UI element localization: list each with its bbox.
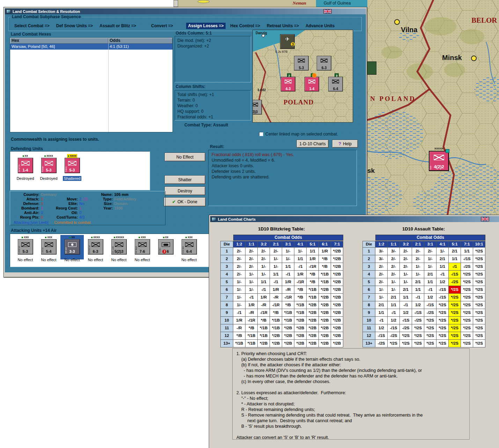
combat-hex-row[interactable]: Warsaw, Poland [50, 46] 4:1 (53:11) <box>10 44 173 50</box>
map-unit[interactable]: 6-3 <box>317 56 331 71</box>
crt-column-header: 1:2 <box>375 241 388 248</box>
attacking-unit[interactable]: XXX LXXIV Inf 5-3 No effect <box>14 235 37 262</box>
result-panel: Fractional odds (.818) roll was (.679) -… <box>208 150 357 206</box>
map-unit[interactable]: 6-4 <box>328 77 343 91</box>
crt-cell: */2S <box>424 324 436 332</box>
help-button[interactable]: ? Help <box>332 140 358 148</box>
crt-column-header: 5:1 <box>449 241 461 248</box>
crt-cell: 10 <box>221 317 233 324</box>
partial-city-label: sk <box>367 167 375 175</box>
odds-column-panel: Die mod. (net): +2Disorganized: +2 <box>175 36 251 82</box>
crt-cell: */2B <box>319 340 331 347</box>
crt-cell: 2/- <box>412 255 424 263</box>
shatter-button[interactable]: Shatter <box>164 175 205 184</box>
crt-cell: */2B <box>319 332 331 340</box>
crt-cell: 2 <box>221 255 233 263</box>
crt-cell: */B <box>307 278 319 286</box>
charts-window: Land Combat Charts 1D10 Blitzkrieg Table… <box>209 215 499 448</box>
crt-cell: */2B <box>331 255 343 263</box>
air-unit-counter[interactable]: ✈ <box>280 34 295 49</box>
ok-done-button[interactable]: ✔ OK - Done <box>164 197 206 206</box>
unit-symbol-icon <box>91 242 100 247</box>
crt-cell: */B <box>319 255 331 263</box>
attacking-unit[interactable]: XXX VIII Mech 7-6 No effect <box>131 235 154 262</box>
crt-cell: */2S <box>461 271 473 278</box>
charts-button[interactable]: 1-D-10 Charts <box>296 140 329 148</box>
crt-cell: 1/1 <box>461 248 473 255</box>
crt-cell: -/1 <box>375 317 388 324</box>
combat-minimap[interactable]: Danzig ✈ 3 5 Ju 87B 5-3 6-3 2 3 3 <box>252 30 353 123</box>
help-icon: ? <box>338 141 341 146</box>
odds-column-title: Odds Column: 5:1 <box>176 31 212 36</box>
crt-cell: */2S <box>461 324 473 332</box>
subphase-step[interactable]: Retreat Units => <box>265 23 301 29</box>
crt-cell: 2/- <box>233 255 245 263</box>
map-unit[interactable]: 4-3 <box>281 77 295 91</box>
crt-cell: */2B <box>319 309 331 317</box>
subphase-step[interactable]: Convert => <box>149 23 175 29</box>
elite-label: Elite: <box>48 201 78 206</box>
unit-symbol-icon <box>162 242 170 247</box>
unit-value: 7-6 <box>140 249 145 254</box>
subphase-step[interactable]: Hex Control => <box>229 23 262 29</box>
unit-size-marker: XXX <box>139 235 146 239</box>
attacking-unit[interactable]: XX PzJag I 26 <box>154 235 177 255</box>
crt-cell: 11 <box>363 324 375 332</box>
crt-cell: 1/- <box>258 271 270 278</box>
attacking-unit[interactable]: XXXX XXXVII Inf 6-3 No effect <box>84 235 107 262</box>
map-unit[interactable]: 5-3 <box>294 56 309 71</box>
crt-row: 82/11/1-/11/2-/1S*/2S*/2S*/2S*/2S <box>363 301 485 309</box>
defending-unit[interactable]: XX 1st Inf Div 1-4 Destroyed <box>14 154 37 181</box>
crt-cell: 1/R <box>258 294 270 301</box>
crt-cell: 2/- <box>400 263 412 271</box>
crt-cell: 1/- <box>233 294 245 301</box>
reorg-pts-value: 0 <box>41 215 43 219</box>
unit-value: 5-3 <box>46 168 52 172</box>
hq-unit-rydz[interactable]: Rydz 4(2)2 <box>429 151 449 171</box>
attacking-unit[interactable]: XXX XXIII Mot 6-4 No effect <box>177 235 201 262</box>
subphase-step[interactable]: Assign Losses => <box>186 23 225 29</box>
unit-symbol-icon <box>21 242 30 247</box>
crt-cell: */2S <box>449 317 461 324</box>
center-map-checkbox[interactable] <box>259 132 263 136</box>
subphase-step[interactable]: Assault or Blitz => <box>98 23 138 29</box>
attacking-unit[interactable]: XXX LXIII Inf 5-4 No effect <box>37 235 60 262</box>
partial-unit-counter[interactable] <box>367 61 376 75</box>
unit-counter: LXIII Inf 5-4 <box>41 239 57 255</box>
subphase-step[interactable]: Select Combat => <box>13 23 51 29</box>
subphase-step[interactable]: Def Snow Units => <box>54 23 95 29</box>
strategic-map[interactable]: Vilna Minsk BELOR N POLAND sk XXXXX Rydz… <box>367 0 499 216</box>
crt-cell: */2S <box>473 324 485 332</box>
crt-column-header: 3:2 <box>400 241 412 248</box>
shift-line: Total shifts (net): +1 <box>177 92 248 97</box>
destroy-button[interactable]: Destroy <box>164 186 205 195</box>
unit-value: 3-3 <box>69 249 75 254</box>
move-extra: (3) <box>83 197 88 201</box>
attacking-unit[interactable]: XX 105 mm 3-3 No effect <box>60 235 84 262</box>
hq-unit-value: 4(2)2 <box>430 164 448 169</box>
subphase-step[interactable]: Advance Units <box>304 23 336 29</box>
crt-cell: 1/- <box>375 294 388 301</box>
crt-row: 61/-1/--/11/R-/R*/B*/1B*/2B*/2B <box>221 286 343 294</box>
crt-cell: -/R <box>245 309 258 317</box>
crt-cell: 3 <box>363 263 375 271</box>
crt-cell: -/1 <box>424 286 436 294</box>
crt-cell: 1/- <box>258 263 270 271</box>
crt-cell: */2B <box>319 317 331 324</box>
crt-cell: 1/- <box>424 263 436 271</box>
year-label: Year: <box>90 206 113 210</box>
defending-unit[interactable]: XXXX Poznan 5-3 Destroyed <box>37 154 60 181</box>
map-unit-partial[interactable]: (3)3 <box>252 100 262 115</box>
crt-cell: */2B <box>294 317 307 324</box>
defending-unit[interactable]: XXXX Krakow 5-3 Shattered <box>60 154 84 181</box>
main-titlebar[interactable]: Land Combat Selection & Resolution <box>5 8 366 14</box>
crt-column-header: 10:1 <box>473 241 485 248</box>
no-effect-button[interactable]: No Effect <box>164 153 205 161</box>
attacking-unit[interactable]: XXXXX von Leeb 5(2)3 No effect <box>107 235 131 262</box>
crt-notes: 1. Priority when choosing Land CRT: (a) … <box>232 348 470 440</box>
crt-column-header: 1:1 <box>388 241 400 248</box>
assault-header-row: Die1:21:13:22:13:14:15:17:110:1 <box>363 241 485 248</box>
charts-titlebar[interactable]: Land Combat Charts <box>210 216 499 222</box>
minimap-city-danzig: Danzig <box>256 31 267 35</box>
crt-cell: 1/- <box>270 263 282 271</box>
